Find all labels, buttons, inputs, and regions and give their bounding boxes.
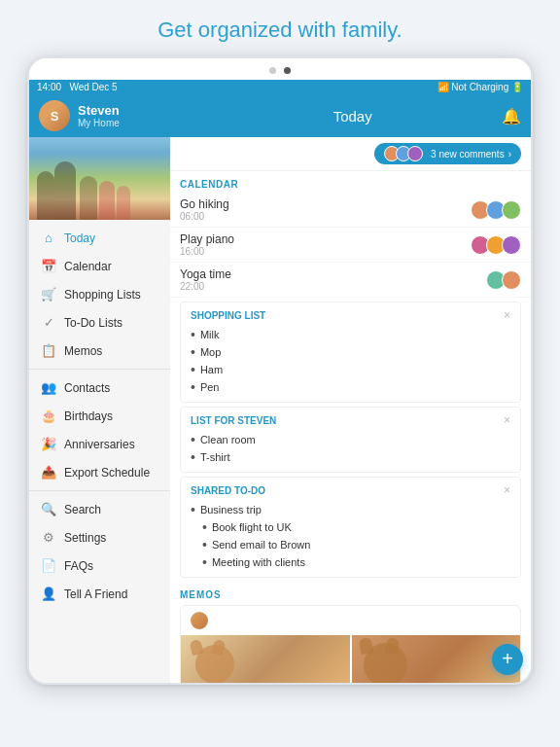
sidebar-item-birthdays[interactable]: 🎂 Birthdays	[29, 402, 170, 430]
sidebar-item-contacts[interactable]: 👥 Contacts	[29, 374, 170, 402]
today-icon: ⌂	[41, 231, 56, 245]
sidebar-item-anniversaries[interactable]: 🎉 Anniversaries	[29, 430, 170, 458]
sidebar-label-faqs: FAQs	[64, 559, 93, 573]
shopping-list-header: Shopping List ×	[191, 308, 510, 322]
event-avatar-8	[502, 270, 521, 290]
charging-status: 📶 Not Charging 🔋	[438, 82, 523, 92]
shared-todo-label: Shared To-Do	[191, 485, 265, 496]
shopping-list-close[interactable]: ×	[504, 308, 510, 322]
status-time-date: 14:00 Wed Dec 5	[37, 82, 118, 92]
contacts-icon: 👥	[41, 380, 56, 395]
sidebar-label-shopping: Shopping Lists	[64, 288, 141, 302]
sidebar-label-search: Search	[64, 503, 101, 516]
sidebar-separator-1	[29, 369, 170, 370]
event-time-yoga: 22:00	[180, 281, 486, 292]
app-header: S Steven My Home Today 🔔	[29, 94, 531, 137]
sidebar-photo	[29, 137, 170, 220]
app-container: 14:00 Wed Dec 5 📶 Not Charging 🔋 S Steve…	[29, 80, 531, 683]
sidebar-label-tell-friend: Tell A Friend	[64, 587, 127, 601]
tell-friend-icon: 👤	[41, 587, 56, 601]
todo-label-meeting: Meeting with clients	[212, 556, 305, 568]
steven-item-label-clean: Clean room	[200, 434, 256, 445]
shared-todo-close[interactable]: ×	[504, 483, 510, 497]
sidebar-item-shopping-lists[interactable]: 🛒 Shopping Lists	[29, 280, 170, 308]
steven-list-close[interactable]: ×	[504, 413, 510, 427]
sidebar-label-todo: To-Do Lists	[64, 316, 122, 330]
status-bar: 14:00 Wed Dec 5 📶 Not Charging 🔋	[29, 80, 531, 94]
shopping-item-ham: • Ham	[191, 361, 510, 378]
notification-banner: 3 new comments ›	[170, 137, 531, 171]
sidebar-label-calendar: Calendar	[64, 260, 112, 273]
event-title-hiking: Go hiking	[180, 197, 471, 211]
user-avatar[interactable]: S	[39, 100, 70, 131]
sidebar-item-search[interactable]: 🔍 Search	[29, 495, 170, 523]
sidebar-item-to-do-lists[interactable]: ✓ To-Do Lists	[29, 308, 170, 337]
steven-list-header: List for Steven ×	[191, 413, 510, 427]
main-layout: ⌂ Today 📅 Calendar 🛒 Shopping Lists ✓ To…	[29, 137, 531, 683]
bullet-ham: •	[191, 363, 195, 376]
memo-card-1[interactable]: A cat came to our house, I think he is l…	[180, 605, 521, 683]
todo-label-business: Business trip	[200, 504, 262, 516]
sidebar-label-memos: Memos	[64, 344, 102, 358]
shopping-item-label-pen: Pen	[200, 381, 220, 393]
todo-item-email: • Send email to Brown	[191, 536, 510, 553]
shopping-item-label-mop: Mop	[200, 346, 221, 358]
mini-avatar-3	[407, 146, 423, 161]
todo-item-business: • Business trip	[191, 501, 510, 518]
todo-label-email: Send email to Brown	[212, 539, 311, 551]
memo1-images	[181, 635, 520, 683]
sidebar-label-settings: Settings	[64, 531, 106, 545]
bell-icon[interactable]: 🔔	[502, 107, 521, 125]
avatar-group	[384, 146, 423, 161]
anniversaries-icon: 🎉	[41, 437, 56, 451]
event-go-hiking[interactable]: Go hiking 06:00	[170, 193, 531, 228]
sidebar-item-settings[interactable]: ⚙ Settings	[29, 523, 170, 551]
memos-section-label: MEMOS	[170, 582, 531, 605]
sidebar-separator-2	[29, 490, 170, 491]
sidebar-label-anniversaries: Anniversaries	[64, 438, 135, 451]
event-yoga-time[interactable]: Yoga time 22:00	[170, 263, 531, 298]
shopping-item-milk: • Milk	[191, 326, 510, 343]
shared-todo-header: Shared To-Do ×	[191, 483, 510, 497]
bullet-milk: •	[191, 328, 195, 341]
event-info-hiking: Go hiking 06:00	[180, 197, 471, 222]
steven-item-tshirt: • T-shirt	[191, 448, 510, 466]
notification-text: 3 new comments	[431, 149, 505, 160]
event-avatars-yoga	[486, 270, 521, 290]
shopping-icon: 🛒	[41, 287, 56, 302]
sidebar-label-contacts: Contacts	[64, 381, 110, 395]
header-title: Today	[219, 108, 486, 124]
sidebar-item-calendar[interactable]: 📅 Calendar	[29, 252, 170, 280]
event-avatar-6	[502, 235, 521, 255]
export-icon: 📤	[41, 465, 56, 480]
sidebar-item-today[interactable]: ⌂ Today	[29, 224, 170, 252]
event-play-piano[interactable]: Play piano 16:00	[170, 228, 531, 263]
bullet-mop: •	[191, 345, 195, 359]
bullet-flight: •	[202, 520, 207, 534]
search-icon: 🔍	[41, 502, 56, 516]
steven-item-clean: • Clean room	[191, 431, 510, 448]
shopping-list-section: Shopping List × • Milk • Mop • Ham	[180, 302, 521, 403]
sidebar-item-export-schedule[interactable]: 📤 Export Schedule	[29, 458, 170, 486]
sidebar-item-tell-a-friend[interactable]: 👤 Tell A Friend	[29, 580, 170, 608]
shared-todo-section: Shared To-Do × • Business trip • Book fl…	[180, 477, 521, 578]
event-avatars-hiking	[471, 200, 521, 220]
sidebar-label-export: Export Schedule	[64, 466, 150, 480]
sidebar-label-today: Today	[64, 231, 95, 245]
sidebar-label-birthdays: Birthdays	[64, 409, 113, 423]
notification-chevron: ›	[508, 149, 511, 160]
event-title-yoga: Yoga time	[180, 267, 486, 281]
bullet-business: •	[191, 503, 195, 516]
calendar-icon: 📅	[41, 259, 56, 273]
todo-item-flight: • Book flight to UK	[191, 518, 510, 536]
event-info-yoga: Yoga time 22:00	[180, 267, 486, 292]
fab-add-button[interactable]: +	[492, 644, 523, 675]
notification-pill[interactable]: 3 new comments ›	[374, 143, 521, 164]
sidebar-item-memos[interactable]: 📋 Memos	[29, 337, 170, 365]
sidebar-item-faqs[interactable]: 📄 FAQs	[29, 551, 170, 580]
memos-icon: 📋	[41, 343, 56, 358]
event-time-hiking: 06:00	[180, 211, 471, 222]
bullet-email: •	[202, 538, 207, 551]
bullet-pen: •	[191, 380, 195, 394]
memo1-avatar	[191, 612, 208, 629]
